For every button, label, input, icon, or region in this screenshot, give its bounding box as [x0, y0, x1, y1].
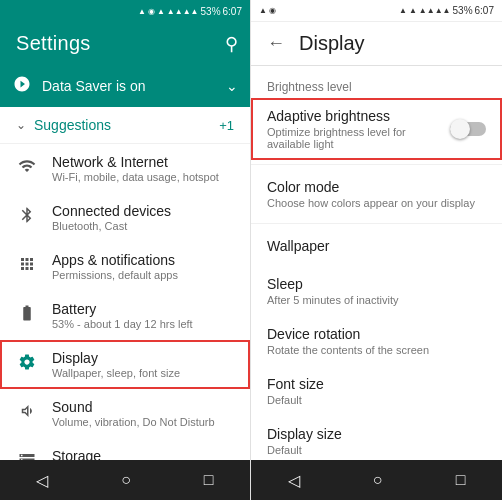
apps-icon [16, 255, 38, 278]
battery-icon [16, 304, 38, 327]
adaptive-brightness-toggle[interactable] [450, 119, 486, 139]
status-icons-right: ▲ ▲ ▲▲▲▲ 53% 6:07 [399, 5, 494, 16]
sound-content: Sound Volume, vibration, Do Not Disturb [52, 399, 234, 428]
status-icons-left: ▲ ◉ ▲ ▲▲▲▲ 53% 6:07 [138, 6, 242, 17]
storage-content: Storage 47% used - 16.96 GB free [52, 448, 234, 460]
data-saver-bar[interactable]: Data Saver is on ⌄ [0, 65, 250, 107]
color-mode-subtitle: Choose how colors appear on your display [267, 197, 486, 209]
settings-item-storage[interactable]: Storage 47% used - 16.96 GB free [0, 438, 250, 460]
storage-icon [16, 451, 38, 460]
settings-item-apps[interactable]: Apps & notifications Permissions, defaul… [0, 242, 250, 291]
settings-header: Settings ⚲ [0, 22, 250, 65]
settings-title: Settings [16, 32, 91, 55]
settings-item-connected[interactable]: Connected devices Bluetooth, Cast [0, 193, 250, 242]
whatsapp-icon: ▲ [138, 7, 146, 16]
display-header: ← Display [251, 22, 502, 66]
battery-subtitle: 53% - about 1 day 12 hrs left [52, 318, 234, 330]
display-item-rotation[interactable]: Device rotation Rotate the contents of t… [251, 316, 502, 366]
apps-title: Apps & notifications [52, 252, 234, 268]
back-arrow-icon[interactable]: ← [267, 33, 285, 54]
network-title: Network & Internet [52, 154, 234, 170]
display-size-title: Display size [267, 426, 486, 442]
display-size-subtitle: Default [267, 444, 486, 456]
font-size-subtitle: Default [267, 394, 486, 406]
bottom-nav-right: ◁ ○ □ [251, 460, 502, 500]
apps-content: Apps & notifications Permissions, defaul… [52, 252, 234, 281]
display-subtitle: Wallpaper, sleep, font size [52, 367, 234, 379]
battery-title: Battery [52, 301, 234, 317]
battery-right: 53% [453, 5, 473, 16]
rotation-title: Device rotation [267, 326, 486, 342]
adaptive-brightness-row: Adaptive brightness Optimize brightness … [267, 108, 486, 150]
home-button-left[interactable]: ○ [109, 465, 143, 495]
toggle-thumb [450, 119, 470, 139]
suggestions-row[interactable]: ⌄ Suggestions +1 [0, 107, 250, 144]
time-right: 6:07 [475, 5, 494, 16]
wifi-icon [16, 157, 38, 180]
msg-icon-right: ▲ [259, 6, 267, 15]
wifi-icon-left: ▲ [157, 7, 165, 16]
display-list: Brightness level Adaptive brightness Opt… [251, 66, 502, 460]
back-button-left[interactable]: ◁ [24, 465, 60, 496]
status-bar-left: ▲ ◉ ▲ ▲▲▲▲ 53% 6:07 [0, 0, 250, 22]
settings-item-battery[interactable]: Battery 53% - about 1 day 12 hrs left [0, 291, 250, 340]
recents-button-right[interactable]: □ [444, 465, 478, 495]
storage-title: Storage [52, 448, 234, 460]
apps-subtitle: Permissions, default apps [52, 269, 234, 281]
display-item-display-size[interactable]: Display size Default [251, 416, 502, 460]
brightness-section-header: Brightness level [251, 66, 502, 98]
right-panel: ▲ ◉ ▲ ▲ ▲▲▲▲ 53% 6:07 ← Display Brightne… [251, 0, 502, 500]
sleep-title: Sleep [267, 276, 486, 292]
sound-subtitle: Volume, vibration, Do Not Disturb [52, 416, 234, 428]
recents-button-left[interactable]: □ [192, 465, 226, 495]
color-mode-title: Color mode [267, 179, 486, 195]
adaptive-brightness-content: Adaptive brightness Optimize brightness … [267, 108, 450, 150]
display-item-color-mode[interactable]: Color mode Choose how colors appear on y… [251, 169, 502, 219]
display-item-font-size[interactable]: Font size Default [251, 366, 502, 416]
notif-icon-right: ◉ [269, 6, 276, 15]
suggestions-label: Suggestions [34, 117, 219, 133]
time-left: 6:07 [223, 6, 242, 17]
sleep-subtitle: After 5 minutes of inactivity [267, 294, 486, 306]
connected-subtitle: Bluetooth, Cast [52, 220, 234, 232]
display-title-left: Display [52, 350, 234, 366]
divider-1 [251, 164, 502, 165]
rotation-subtitle: Rotate the contents of the screen [267, 344, 486, 356]
wifi-icon-right: ▲ [409, 6, 417, 15]
chevron-expand-icon: ⌄ [16, 118, 26, 132]
display-content: Display Wallpaper, sleep, font size [52, 350, 234, 379]
signal-icon-left: ◉ [148, 7, 155, 16]
divider-2 [251, 223, 502, 224]
display-icon [16, 353, 38, 376]
home-button-right[interactable]: ○ [361, 465, 395, 495]
chevron-down-icon: ⌄ [226, 78, 238, 94]
display-item-wallpaper[interactable]: Wallpaper [251, 228, 502, 266]
bottom-nav-left: ◁ ○ □ [0, 460, 250, 500]
data-saver-icon [12, 75, 32, 97]
signal-bars-left: ▲▲▲▲ [167, 7, 199, 16]
settings-item-network[interactable]: Network & Internet Wi-Fi, mobile, data u… [0, 144, 250, 193]
settings-item-display[interactable]: Display Wallpaper, sleep, font size [0, 340, 250, 389]
sound-icon [16, 402, 38, 425]
status-bar-right: ▲ ◉ ▲ ▲ ▲▲▲▲ 53% 6:07 [251, 0, 502, 22]
settings-list: Network & Internet Wi-Fi, mobile, data u… [0, 144, 250, 460]
battery-content: Battery 53% - about 1 day 12 hrs left [52, 301, 234, 330]
signal-bars-right: ▲▲▲▲ [419, 6, 451, 15]
wallpaper-title: Wallpaper [267, 238, 486, 254]
data-saver-text: Data Saver is on [42, 78, 216, 94]
signal-icon-right: ▲ [399, 6, 407, 15]
adaptive-brightness-title: Adaptive brightness [267, 108, 450, 124]
display-item-adaptive-brightness[interactable]: Adaptive brightness Optimize brightness … [251, 98, 502, 160]
network-subtitle: Wi-Fi, mobile, data usage, hotspot [52, 171, 234, 183]
connected-content: Connected devices Bluetooth, Cast [52, 203, 234, 232]
bluetooth-icon [16, 206, 38, 229]
font-size-title: Font size [267, 376, 486, 392]
sound-title: Sound [52, 399, 234, 415]
search-icon[interactable]: ⚲ [225, 33, 238, 55]
battery-left: 53% [201, 6, 221, 17]
suggestions-badge: +1 [219, 118, 234, 133]
display-item-sleep[interactable]: Sleep After 5 minutes of inactivity [251, 266, 502, 316]
settings-item-sound[interactable]: Sound Volume, vibration, Do Not Disturb [0, 389, 250, 438]
adaptive-brightness-subtitle: Optimize brightness level for available … [267, 126, 450, 150]
back-button-right[interactable]: ◁ [276, 465, 312, 496]
